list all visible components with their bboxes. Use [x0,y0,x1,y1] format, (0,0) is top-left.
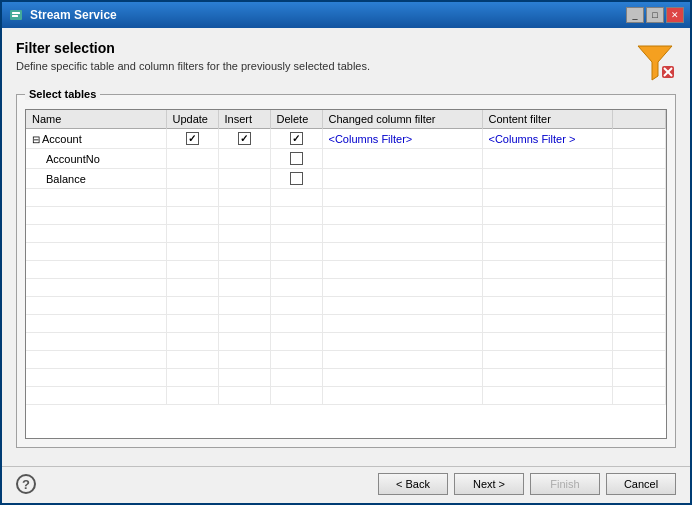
balance-content-cell [482,169,612,189]
account-content-filter-link[interactable]: <Columns Filter > [489,133,576,145]
finish-button[interactable]: Finish [530,473,600,495]
table-row [26,387,666,405]
accountno-delete-checkbox[interactable] [290,152,303,165]
table-header-row: Name Update Insert Delete Changed column… [26,110,666,129]
filter-icon [634,40,676,82]
select-tables-group: Select tables Name Update Insert Delete … [16,94,676,448]
accountno-insert-cell [218,149,270,169]
bottom-bar: ? < Back Next > Finish Cancel [2,466,690,503]
balance-insert-cell [218,169,270,189]
table-row [26,369,666,387]
balance-delete-checkbox[interactable] [290,172,303,185]
balance-changed-cell [322,169,482,189]
account-name-cell: ⊟Account [26,129,166,149]
table-row [26,351,666,369]
table-row [26,333,666,351]
expand-icon[interactable]: ⊟ [32,134,40,145]
window-title: Stream Service [30,8,117,22]
account-changed-filter-link[interactable]: <Columns Filter> [329,133,413,145]
account-delete-cell [270,129,322,149]
title-bar: Stream Service _ □ ✕ [2,2,690,28]
table-container: Name Update Insert Delete Changed column… [25,109,667,439]
table-row [26,225,666,243]
balance-extra-cell [612,169,666,189]
window-icon [8,7,24,23]
filter-table: Name Update Insert Delete Changed column… [26,110,666,405]
col-header-name: Name [26,110,166,129]
col-header-insert: Insert [218,110,270,129]
main-window: Stream Service _ □ ✕ Filter selection De… [0,0,692,505]
col-header-changed: Changed column filter [322,110,482,129]
accountno-delete-cell [270,149,322,169]
col-header-delete: Delete [270,110,322,129]
table-row [26,315,666,333]
accountno-changed-cell [322,149,482,169]
account-content-cell: <Columns Filter > [482,129,612,149]
table-row [26,207,666,225]
table-row [26,279,666,297]
help-button[interactable]: ? [16,474,36,494]
account-changed-cell: <Columns Filter> [322,129,482,149]
account-extra-cell [612,129,666,149]
title-controls: _ □ ✕ [626,7,684,23]
table-row [26,297,666,315]
balance-delete-cell [270,169,322,189]
next-button[interactable]: Next > [454,473,524,495]
header-section: Filter selection Define specific table a… [16,40,676,82]
table-row: Balance [26,169,666,189]
svg-rect-2 [12,15,18,17]
accountno-update-cell [166,149,218,169]
account-update-checkbox[interactable] [186,132,199,145]
table-row [26,243,666,261]
account-insert-cell [218,129,270,149]
balance-update-cell [166,169,218,189]
cancel-button[interactable]: Cancel [606,473,676,495]
col-header-update: Update [166,110,218,129]
maximize-button[interactable]: □ [646,7,664,23]
account-update-cell [166,129,218,149]
table-row: ⊟Account <Col [26,129,666,149]
page-subtitle: Define specific table and column filters… [16,60,370,72]
table-row: AccountNo [26,149,666,169]
page-title: Filter selection [16,40,370,56]
bottom-left: ? [16,474,36,494]
minimize-button[interactable]: _ [626,7,644,23]
close-button[interactable]: ✕ [666,7,684,23]
help-icon-text: ? [22,477,30,492]
accountno-extra-cell [612,149,666,169]
content-area: Filter selection Define specific table a… [2,28,690,466]
table-row [26,261,666,279]
balance-name-cell: Balance [26,169,166,189]
bottom-buttons: < Back Next > Finish Cancel [378,473,676,495]
accountno-name-cell: AccountNo [26,149,166,169]
col-header-extra [612,110,666,129]
back-button[interactable]: < Back [378,473,448,495]
svg-rect-1 [12,12,20,14]
account-insert-checkbox[interactable] [238,132,251,145]
group-label: Select tables [25,88,100,100]
accountno-content-cell [482,149,612,169]
account-delete-checkbox[interactable] [290,132,303,145]
table-row [26,189,666,207]
header-text: Filter selection Define specific table a… [16,40,370,72]
col-header-content: Content filter [482,110,612,129]
